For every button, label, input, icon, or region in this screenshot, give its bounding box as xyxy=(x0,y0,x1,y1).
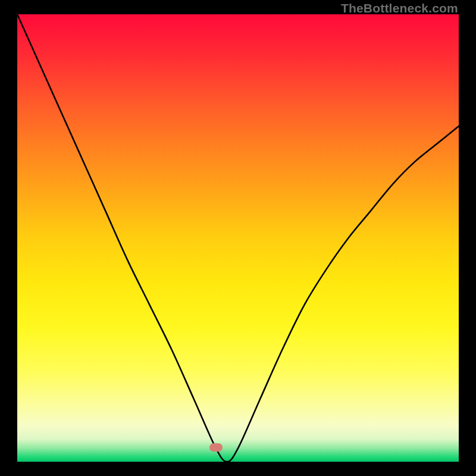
chart-plot-area xyxy=(17,14,459,462)
watermark-text: TheBottleneck.com xyxy=(341,1,458,15)
chart-frame: TheBottleneck.com xyxy=(0,0,476,476)
optimal-point-marker xyxy=(209,443,223,452)
bottleneck-curve xyxy=(17,14,459,462)
